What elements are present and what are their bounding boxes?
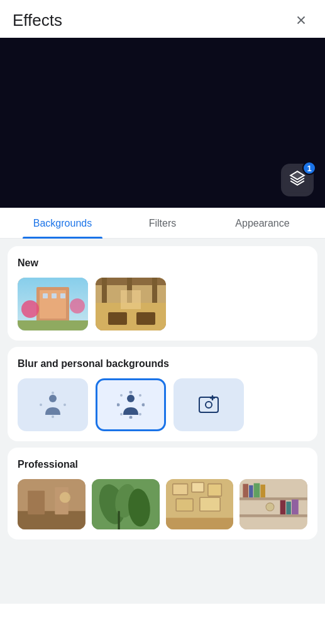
tab-filters[interactable]: Filters xyxy=(113,208,212,238)
content-area: New xyxy=(0,239,325,604)
page-title: Effects xyxy=(13,11,62,30)
svg-rect-11 xyxy=(18,320,88,330)
svg-point-9 xyxy=(21,300,39,318)
svg-point-25 xyxy=(63,404,66,406)
section-new: New xyxy=(8,246,317,341)
svg-rect-16 xyxy=(152,278,157,303)
section-blur-title: Blur and personal backgrounds xyxy=(18,358,307,370)
professional-background-2[interactable] xyxy=(92,479,160,529)
svg-rect-54 xyxy=(199,497,219,511)
new-backgrounds-row xyxy=(18,278,307,330)
svg-point-66 xyxy=(266,503,274,511)
blur-options-row xyxy=(18,378,307,431)
tab-appearance[interactable]: Appearance xyxy=(212,208,312,238)
svg-point-31 xyxy=(120,394,123,397)
svg-point-27 xyxy=(129,391,133,394)
svg-rect-18 xyxy=(108,312,127,325)
tabs-bar: Backgrounds Filters Appearance xyxy=(0,208,325,239)
svg-point-26 xyxy=(127,395,135,402)
svg-point-29 xyxy=(117,404,120,407)
blur-strong-option[interactable] xyxy=(96,378,166,431)
close-icon xyxy=(294,13,308,27)
layers-badge-button[interactable]: 1 xyxy=(281,164,314,196)
svg-rect-65 xyxy=(292,499,299,514)
svg-point-36 xyxy=(206,402,212,408)
svg-rect-60 xyxy=(249,485,253,497)
close-button[interactable] xyxy=(290,9,312,31)
svg-rect-35 xyxy=(199,397,218,412)
svg-point-33 xyxy=(120,413,123,415)
section-professional-title: Professional xyxy=(18,459,307,470)
svg-point-43 xyxy=(60,492,70,503)
section-new-title: New xyxy=(18,257,307,269)
section-professional: Professional xyxy=(8,448,317,539)
svg-rect-6 xyxy=(43,293,48,298)
svg-rect-51 xyxy=(191,483,203,492)
svg-point-23 xyxy=(52,415,54,418)
svg-point-24 xyxy=(40,404,42,406)
svg-rect-64 xyxy=(287,502,292,514)
svg-rect-41 xyxy=(28,490,45,514)
video-preview: 1 xyxy=(0,38,325,208)
svg-rect-40 xyxy=(18,511,85,529)
svg-rect-53 xyxy=(176,499,193,511)
svg-rect-20 xyxy=(121,290,141,309)
badge-count: 1 xyxy=(302,161,316,175)
add-photo-button[interactable] xyxy=(174,378,244,431)
svg-rect-8 xyxy=(60,293,65,298)
svg-rect-62 xyxy=(261,485,266,497)
svg-rect-7 xyxy=(52,293,57,298)
new-background-1[interactable] xyxy=(18,278,88,330)
professional-background-3[interactable] xyxy=(166,479,234,529)
header: Effects xyxy=(0,0,325,38)
svg-rect-14 xyxy=(102,278,107,303)
new-background-2[interactable] xyxy=(96,278,166,330)
tab-backgrounds[interactable]: Backgrounds xyxy=(13,208,113,238)
svg-rect-61 xyxy=(254,483,260,498)
professional-backgrounds-row xyxy=(18,479,307,529)
layers-icon xyxy=(289,170,306,190)
svg-rect-58 xyxy=(240,514,307,517)
svg-point-28 xyxy=(129,416,133,419)
svg-point-10 xyxy=(70,298,85,314)
svg-marker-2 xyxy=(290,171,304,179)
professional-background-4[interactable] xyxy=(240,479,307,529)
section-blur: Blur and personal backgrounds xyxy=(8,347,317,441)
professional-background-1[interactable] xyxy=(18,479,85,529)
svg-point-21 xyxy=(49,395,57,402)
svg-point-32 xyxy=(139,394,141,397)
svg-point-34 xyxy=(139,413,141,415)
svg-rect-63 xyxy=(280,500,286,515)
add-photo-icon xyxy=(197,393,220,416)
blur-strong-icon xyxy=(117,391,145,419)
svg-rect-59 xyxy=(243,484,249,498)
svg-point-30 xyxy=(142,404,145,407)
blur-light-icon xyxy=(39,391,67,419)
svg-rect-52 xyxy=(207,484,221,496)
svg-point-22 xyxy=(52,392,54,394)
svg-rect-19 xyxy=(136,312,155,325)
svg-rect-55 xyxy=(166,518,234,529)
svg-rect-50 xyxy=(172,484,187,495)
blur-light-option[interactable] xyxy=(18,378,88,431)
